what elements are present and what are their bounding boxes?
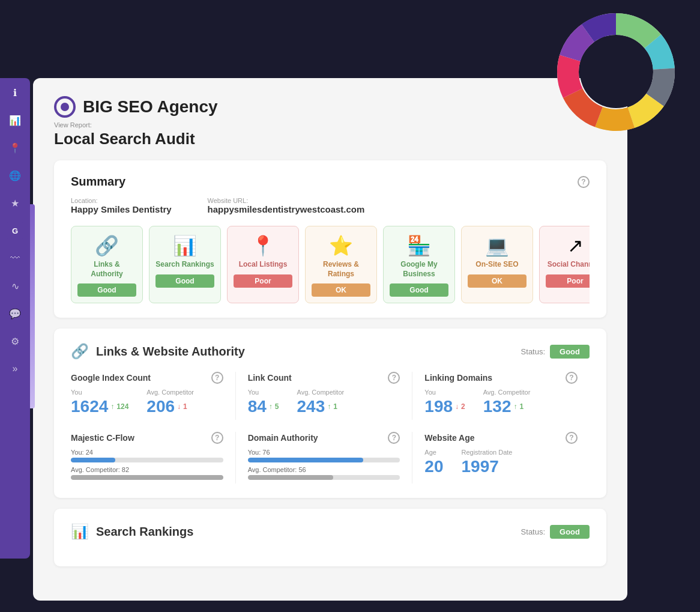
summary-tile-reviews---ratings[interactable]: ⭐ Reviews & Ratings OK: [305, 226, 377, 303]
linking-domains-help[interactable]: ?: [566, 372, 578, 384]
google-index-avg: Avg. Competitor 206 ↓ 1: [146, 389, 194, 416]
link-count-you-delta: 5: [275, 402, 279, 411]
location-block: Location: Happy Smiles Dentistry: [71, 197, 172, 215]
sidebar-item-chat[interactable]: 💬: [7, 305, 23, 322]
summary-tile-local-listings[interactable]: 📍 Local Listings Poor: [227, 226, 299, 303]
majestic-avg-bar: [71, 475, 223, 480]
sidebar-item-web[interactable]: 🌐: [7, 167, 23, 184]
domain-auth-help[interactable]: ?: [388, 432, 400, 444]
google-index-you-arrow: ↑: [110, 402, 114, 411]
tile-icon: 📊: [173, 236, 197, 255]
majestic-help[interactable]: ?: [211, 432, 223, 444]
majestic-metric: Majestic C-Flow ? You: 24 Avg. Competito…: [71, 432, 236, 483]
report-label: View Report:: [54, 121, 606, 129]
google-index-title-row: Google Index Count ?: [71, 372, 223, 384]
links-section-header: 🔗 Links & Website Authority Status: Good: [71, 343, 590, 360]
tile-label: Links & Authority: [77, 260, 136, 279]
link-count-you-arrow: ↑: [269, 402, 273, 411]
majestic-title: Majestic C-Flow: [71, 433, 134, 443]
link-count-you: You 84 ↑ 5: [248, 389, 279, 416]
links-authority-card: 🔗 Links & Website Authority Status: Good…: [54, 329, 606, 498]
links-section-title: Links & Website Authority: [96, 345, 245, 359]
google-index-you-delta: 124: [116, 402, 128, 411]
google-index-title: Google Index Count: [71, 373, 151, 383]
tile-status: Poor: [234, 274, 292, 288]
tile-icon: 📍: [251, 236, 275, 255]
summary-tile-on-site-seo[interactable]: 💻 On-Site SEO OK: [461, 226, 533, 303]
sidebar-item-settings[interactable]: ⚙: [7, 333, 23, 350]
google-index-you-num: 1624: [71, 397, 108, 416]
url-value: happysmilesdentistrywestcoast.com: [208, 204, 365, 214]
donut-chart: [550, 6, 682, 138]
google-index-metric: Google Index Count ? You 1624 ↑ 124 Avg.…: [71, 372, 236, 420]
summary-card: Summary ? Location: Happy Smiles Dentist…: [54, 160, 606, 318]
search-rankings-title-row: 📊 Search Rankings: [71, 523, 193, 540]
link-count-you-num: 84: [248, 397, 267, 416]
link-count-avg-arrow: ↑: [327, 402, 331, 411]
link-count-title: Link Count: [248, 373, 292, 383]
website-age-row: Age 20 Registration Date 1997: [424, 449, 578, 476]
summary-tile-search-rankings[interactable]: 📊 Search Rankings Good: [149, 226, 221, 303]
tile-label: Search Rankings: [155, 260, 214, 270]
summary-help-icon[interactable]: ?: [578, 176, 590, 188]
ld-you-label: You: [424, 389, 465, 396]
majestic-you-bar: [71, 458, 115, 462]
avg-competitor-label: Avg. Competitor: [146, 389, 194, 396]
domain-auth-you-label: You: 76: [248, 449, 400, 456]
age-value: 20: [424, 457, 443, 476]
ld-avg-label: Avg. Competitor: [483, 389, 531, 396]
sidebar-item-google[interactable]: G: [7, 222, 23, 239]
linking-domains-you-value: 198 ↓ 2: [424, 397, 465, 416]
sidebar-item-waves[interactable]: ∿: [7, 277, 23, 294]
location-label: Location:: [71, 197, 172, 204]
link-you-label: You: [248, 389, 279, 396]
agency-name: BIG SEO Agency: [83, 97, 218, 117]
summary-title: Summary: [71, 175, 125, 189]
age-label: Age: [424, 449, 443, 456]
website-age-title-row: Website Age ?: [424, 432, 578, 444]
linking-domains-title: Linking Domains: [424, 373, 492, 383]
tile-icon: ↗: [567, 236, 584, 255]
tile-icon: 🏪: [407, 236, 431, 255]
google-index-help[interactable]: ?: [211, 372, 223, 384]
domain-authority-metric: Domain Authority ? You: 76 Avg. Competit…: [248, 432, 413, 483]
sidebar-item-activity[interactable]: 〰: [7, 250, 23, 267]
website-age-title: Website Age: [424, 433, 474, 443]
tile-label: Local Listings: [239, 260, 288, 270]
reg-date-block: Registration Date 1997: [461, 449, 512, 476]
summary-tile-social-channels[interactable]: ↗ Social Channels Poor: [539, 226, 590, 303]
search-rankings-title: Search Rankings: [96, 525, 193, 539]
majestic-avg-bar-bg: [71, 475, 223, 480]
sidebar-item-location[interactable]: 📍: [7, 139, 23, 156]
tile-icon: 🔗: [95, 236, 119, 255]
tile-label: Social Channels: [548, 260, 590, 270]
sidebar-item-star[interactable]: ★: [7, 195, 23, 211]
links-status-badge: Status: Good: [521, 345, 590, 359]
linking-domains-cols: You 198 ↓ 2 Avg. Competitor 132 ↑ 1: [424, 389, 578, 416]
ld-avg-num: 132: [483, 397, 511, 416]
svg-point-10: [580, 36, 652, 108]
search-rankings-status-label: Status:: [521, 527, 545, 536]
domain-auth-you-bar: [248, 458, 364, 462]
website-age-metric: Website Age ? Age 20 Registration Date 1…: [424, 432, 590, 483]
ld-you-delta: 2: [461, 402, 465, 411]
summary-tile-links---authority[interactable]: 🔗 Links & Authority Good: [71, 226, 143, 303]
domain-auth-avg-bar-bg: [248, 475, 400, 480]
sidebar-item-info[interactable]: ℹ: [7, 84, 23, 101]
website-age-help[interactable]: ?: [566, 432, 578, 444]
sidebar-item-expand[interactable]: »: [7, 360, 23, 377]
link-count-avg: Avg. Competitor 243 ↑ 1: [297, 389, 345, 416]
link-count-avg-value: 243 ↑ 1: [297, 397, 345, 416]
ld-avg-delta: 1: [519, 402, 523, 411]
sidebar-item-analytics[interactable]: 📊: [7, 112, 23, 129]
summary-meta: Location: Happy Smiles Dentistry Website…: [71, 197, 590, 215]
google-index-avg-num: 206: [146, 397, 175, 416]
link-count-title-row: Link Count ?: [248, 372, 400, 384]
tile-label: Reviews & Ratings: [312, 260, 370, 279]
majestic-you-bar-bg: [71, 458, 223, 462]
agency-logo-icon: [54, 96, 76, 118]
summary-tile-google-my-business[interactable]: 🏪 Google My Business Good: [383, 226, 455, 303]
majestic-progress: You: 24 Avg. Competitor: 82: [71, 449, 223, 480]
age-block: Age 20: [424, 449, 443, 476]
link-count-help[interactable]: ?: [388, 372, 400, 384]
